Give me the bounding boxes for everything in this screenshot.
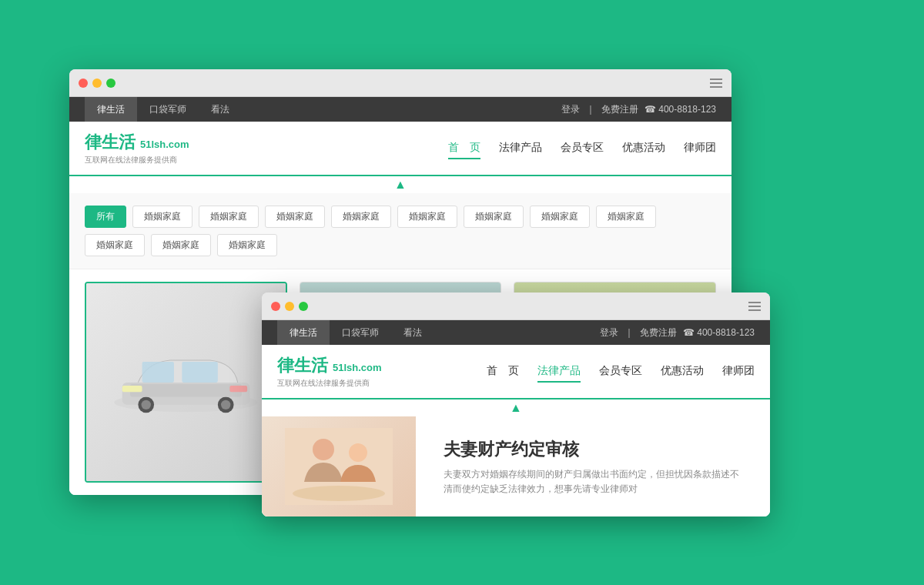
cat-8[interactable]: 婚姻家庭 — [596, 206, 656, 228]
cat-11[interactable]: 婚姻家庭 — [217, 234, 277, 256]
logo-sub-secondary: 互联网在线法律服务提供商 — [277, 378, 382, 389]
nav-law-products[interactable]: 法律产品 — [499, 138, 542, 159]
couple-icon — [285, 428, 393, 505]
svg-rect-8 — [182, 362, 218, 383]
logo-main: 律生活 — [85, 131, 136, 154]
nav-members-2[interactable]: 会员专区 — [599, 361, 642, 383]
logo-area-secondary: 律生活 51lsh.com 互联网在线法律服务提供商 — [277, 354, 382, 389]
arrow-up-icon: ▲ — [394, 178, 407, 192]
nav-divider-2: ｜ — [624, 326, 634, 339]
arrow-up-icon-secondary: ▲ — [510, 401, 522, 415]
logo-main-secondary: 律生活 — [277, 354, 328, 377]
cat-4[interactable]: 婚姻家庭 — [331, 206, 391, 228]
browser-chrome-secondary — [262, 292, 770, 320]
nav-members[interactable]: 会员专区 — [561, 138, 604, 159]
tl-red-2[interactable] — [271, 302, 280, 311]
product-info-0: 交通事故律师函 ¥799 ¥999 向肇事者指出问题的严重性，促使其考虑到被诉的… — [86, 481, 286, 483]
nav-arrow-secondary: ▲ — [262, 399, 770, 416]
tl-green-btn-2[interactable] — [299, 302, 308, 311]
cat-3[interactable]: 婚姻家庭 — [265, 206, 325, 228]
logo-text-secondary: 律生活 51lsh.com — [277, 354, 382, 377]
menu-icon[interactable] — [710, 79, 722, 88]
phone-number-2: ☎ 400-8818-123 — [683, 327, 755, 338]
top-nav-bar: 律生活 口袋军师 看法 登录 ｜ 免费注册 ☎ 400-8818-123 — [69, 97, 732, 122]
cat-1[interactable]: 婚姻家庭 — [132, 206, 192, 228]
product-card-0[interactable]: 交通事故律师函 ¥799 ¥999 向肇事者指出问题的严重性，促使其考虑到被诉的… — [85, 282, 287, 483]
nav-lawyers-2[interactable]: 律师团 — [722, 361, 755, 383]
register-link[interactable]: 免费注册 — [601, 103, 638, 116]
logo-area: 律生活 51lsh.com 互联网在线法律服务提供商 — [85, 131, 189, 165]
main-header-secondary: 律生活 51lsh.com 互联网在线法律服务提供商 首 页 法律产品 会员专区… — [262, 345, 770, 399]
top-nav-tab-lushenguo-2[interactable]: 律生活 — [277, 320, 330, 345]
nav-discounts-2[interactable]: 优惠活动 — [661, 361, 704, 383]
menu-icon-secondary[interactable] — [748, 302, 761, 311]
nav-home-2[interactable]: 首 页 — [487, 361, 519, 383]
tl-red[interactable] — [79, 79, 88, 88]
main-header: 律生活 51lsh.com 互联网在线法律服务提供商 首 页 法律产品 会员专区… — [69, 122, 732, 176]
login-link[interactable]: 登录 — [561, 103, 580, 116]
traffic-lights-secondary — [271, 302, 308, 311]
cat-10[interactable]: 婚姻家庭 — [151, 234, 211, 256]
svg-rect-9 — [122, 386, 142, 392]
secondary-product-desc: 夫妻双方对婚姻存续期间的财产归属做出书面约定，但担忧因条款描述不清而使约定缺乏法… — [428, 467, 758, 506]
nav-divider: ｜ — [586, 103, 595, 116]
svg-point-28 — [313, 439, 334, 460]
login-link-2[interactable]: 登录 — [600, 326, 618, 339]
svg-rect-10 — [229, 386, 247, 392]
tl-green-btn[interactable] — [106, 79, 116, 88]
cat-7[interactable]: 婚姻家庭 — [530, 206, 590, 228]
secondary-text: 夫妻财产约定审核 夫妻双方对婚姻存续期间的财产归属做出书面约定，但担忧因条款描述… — [416, 416, 770, 516]
secondary-product-image — [262, 416, 416, 516]
phone-number: ☎ 400-8818-123 — [644, 104, 716, 115]
cat-2[interactable]: 婚姻家庭 — [199, 206, 259, 228]
product-image-0 — [86, 283, 286, 481]
car-icon — [106, 303, 266, 462]
top-nav-tab-pocket[interactable]: 口袋军师 — [137, 97, 199, 122]
logo-text: 律生活 51lsh.com — [85, 131, 189, 154]
secondary-product-title: 夫妻财产约定审核 — [428, 426, 758, 467]
main-nav: 首 页 法律产品 会员专区 优惠活动 律师团 — [448, 138, 716, 159]
traffic-lights-main — [79, 79, 116, 88]
top-nav-tab-kanfa[interactable]: 看法 — [199, 97, 242, 122]
logo-url-secondary: 51lsh.com — [333, 362, 382, 373]
nav-discounts[interactable]: 优惠活动 — [622, 138, 665, 159]
register-link-2[interactable]: 免费注册 — [640, 326, 677, 339]
category-tags: 所有 婚姻家庭 婚姻家庭 婚姻家庭 婚姻家庭 婚姻家庭 婚姻家庭 婚姻家庭 婚姻… — [85, 206, 716, 256]
svg-rect-6 — [130, 384, 242, 397]
top-nav-right: 登录 ｜ 免费注册 ☎ 400-8818-123 — [561, 103, 716, 116]
site-content-secondary: 律生活 口袋军师 看法 登录 ｜ 免费注册 ☎ 400-8818-123 律生活… — [262, 320, 770, 516]
svg-point-29 — [349, 443, 367, 462]
top-nav-tab-lushenguo[interactable]: 律生活 — [85, 97, 137, 122]
top-nav-tabs: 律生活 口袋军师 看法 — [85, 97, 242, 122]
logo-sub: 互联网在线法律服务提供商 — [85, 155, 189, 165]
tl-yellow-2[interactable] — [285, 302, 294, 311]
top-nav-right-secondary: 登录 ｜ 免费注册 ☎ 400-8818-123 — [600, 326, 755, 339]
cat-5[interactable]: 婚姻家庭 — [397, 206, 457, 228]
nav-lawyers[interactable]: 律师团 — [684, 138, 716, 159]
nav-home[interactable]: 首 页 — [448, 138, 480, 159]
cat-6[interactable]: 婚姻家庭 — [464, 206, 524, 228]
main-nav-secondary: 首 页 法律产品 会员专区 优惠活动 律师团 — [487, 361, 755, 383]
svg-point-5 — [221, 399, 230, 409]
top-nav-tab-pocket-2[interactable]: 口袋军师 — [330, 320, 391, 345]
top-nav-tabs-secondary: 律生活 口袋军师 看法 — [277, 320, 434, 345]
svg-point-3 — [141, 399, 150, 409]
browser-chrome-main — [69, 69, 732, 97]
svg-point-30 — [293, 486, 385, 501]
top-nav-secondary: 律生活 口袋军师 看法 登录 ｜ 免费注册 ☎ 400-8818-123 — [262, 320, 770, 345]
nav-arrow: ▲ — [69, 176, 732, 193]
top-nav-tab-kanfa-2[interactable]: 看法 — [391, 320, 434, 345]
tl-yellow[interactable] — [92, 79, 102, 88]
cat-9[interactable]: 婚姻家庭 — [85, 234, 145, 256]
secondary-browser-window: 律生活 口袋军师 看法 登录 ｜ 免费注册 ☎ 400-8818-123 律生活… — [262, 292, 770, 516]
category-section: 所有 婚姻家庭 婚姻家庭 婚姻家庭 婚姻家庭 婚姻家庭 婚姻家庭 婚姻家庭 婚姻… — [69, 193, 732, 269]
logo-url: 51lsh.com — [140, 139, 189, 150]
svg-rect-7 — [142, 362, 173, 383]
nav-law-products-2[interactable]: 法律产品 — [537, 361, 581, 383]
cat-all[interactable]: 所有 — [85, 206, 126, 228]
secondary-content: 夫妻财产约定审核 夫妻双方对婚姻存续期间的财产归属做出书面约定，但担忧因条款描述… — [262, 416, 770, 516]
